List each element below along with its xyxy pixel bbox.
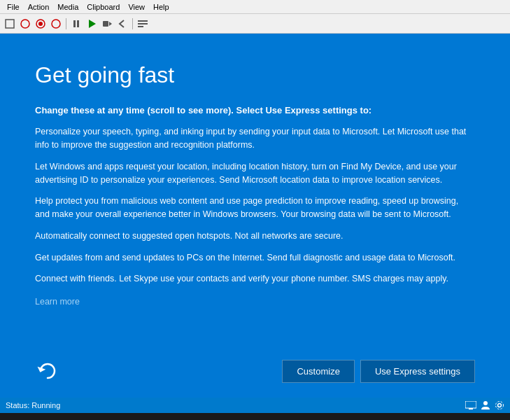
svg-point-3 [38,22,43,26]
svg-rect-15 [469,408,473,410]
toolbar-pause-btn[interactable] [69,17,83,31]
svg-rect-5 [73,20,76,27]
paragraph-5: Get updates from and send updates to PCs… [35,251,475,265]
svg-marker-13 [39,368,43,371]
svg-rect-0 [6,20,14,28]
page-title: Get going fast [35,62,475,88]
menu-help[interactable]: Help [149,0,173,13]
paragraph-1: Personalize your speech, typing, and ink… [35,125,475,152]
toolbar-extra-btn[interactable] [136,17,150,31]
svg-rect-11 [138,23,148,24]
toolbar-save-btn[interactable] [34,17,48,31]
setup-screen: Get going fast Change these at any time … [0,34,510,398]
bottom-actions: Customize Use Express settings [35,358,475,384]
toolbar [0,14,510,34]
toolbar-play-btn[interactable] [85,17,99,31]
svg-point-16 [483,401,488,405]
svg-marker-9 [109,22,112,26]
settings-icon [495,400,504,410]
user-icon [481,400,490,410]
menu-media[interactable]: Media [53,0,83,13]
paragraph-4: Automatically connect to suggested open … [35,230,475,243]
svg-point-1 [21,20,29,28]
customize-button[interactable]: Customize [282,360,354,383]
svg-rect-14 [465,401,476,408]
refresh-icon [35,358,60,384]
toolbar-new-btn[interactable] [3,17,17,31]
svg-point-4 [52,20,60,28]
paragraph-3: Help protect you from malicious web cont… [35,195,475,221]
menu-file[interactable]: File [3,0,24,13]
svg-rect-8 [103,21,108,27]
setup-subtitle: Change these at any time (scroll to see … [35,105,475,115]
svg-point-18 [496,402,504,410]
action-buttons: Customize Use Express settings [282,360,475,383]
menu-action[interactable]: Action [24,0,54,13]
use-express-settings-button[interactable]: Use Express settings [360,360,475,383]
statusbar: Status: Running [0,398,510,413]
menubar: File Action Media Clipboard View Help [0,0,510,14]
svg-point-17 [498,404,502,407]
toolbar-record-btn[interactable] [100,17,114,31]
menu-clipboard[interactable]: Clipboard [83,0,124,13]
toolbar-back-btn[interactable] [115,17,129,31]
menu-view[interactable]: View [124,0,149,13]
toolbar-open-btn[interactable] [18,17,32,31]
monitor-icon [465,401,476,410]
paragraph-6: Connect with friends. Let Skype use your… [35,272,475,286]
paragraph-2: Let Windows and apps request your locati… [35,160,475,187]
toolbar-stop-btn[interactable] [49,17,63,31]
statusbar-icons [465,400,504,410]
status-text: Status: Running [6,401,60,410]
svg-rect-10 [138,20,148,22]
toolbar-sep-1 [66,18,66,29]
svg-rect-6 [77,20,79,27]
svg-marker-7 [89,20,96,28]
svg-rect-12 [138,26,143,27]
toolbar-sep-2 [132,18,133,29]
learn-more-link[interactable]: Learn more [35,297,475,307]
